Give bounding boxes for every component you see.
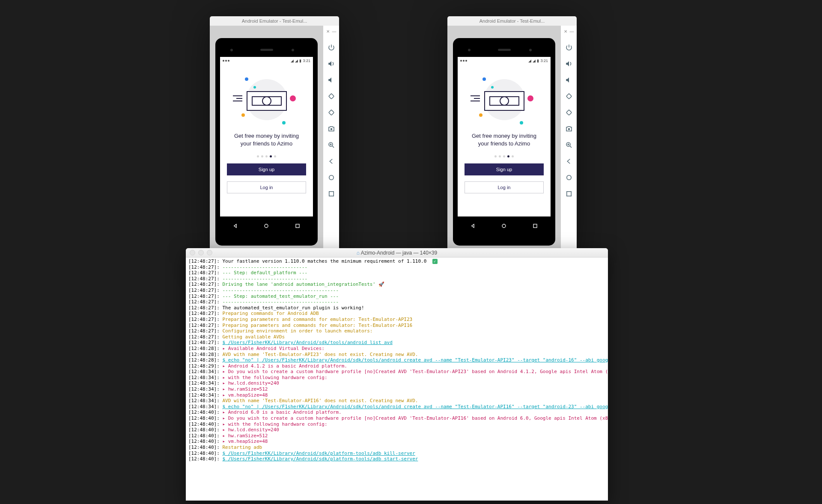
volume-down-icon[interactable] <box>327 76 336 84</box>
android-status-bar: ◢ ◢ ▮ 3:21 <box>220 57 313 65</box>
emulator-title: Android Emulator - Test-Emul... <box>210 16 339 26</box>
minimize-icon: — <box>332 29 337 34</box>
overview-icon[interactable] <box>565 190 573 198</box>
home-icon[interactable] <box>327 173 336 182</box>
nav-home-icon[interactable] <box>500 222 507 231</box>
login-button[interactable]: Log in <box>465 181 544 193</box>
overview-icon[interactable] <box>327 190 336 198</box>
wifi-icon: ◢ <box>528 59 531 63</box>
volume-up-icon[interactable] <box>327 59 336 68</box>
emulator-screen-area[interactable]: ◢ ◢ ▮ 3:21 <box>210 26 323 258</box>
traffic-lights[interactable] <box>190 250 212 255</box>
minimize-icon: — <box>570 29 574 34</box>
power-icon[interactable] <box>327 43 336 52</box>
android-status-bar: ◢ ◢ ▮ 3:21 <box>458 57 551 65</box>
rotate-left-icon[interactable] <box>327 92 336 101</box>
zoom-icon[interactable] <box>327 141 336 149</box>
nav-recent-icon[interactable] <box>532 222 539 231</box>
emulator-window-2: Android Emulator - Test-Emul... ◢ ◢ ▮ 3:… <box>447 16 577 258</box>
svg-rect-3 <box>328 110 334 116</box>
terminal-titlebar[interactable]: ⌂ Azimo-Android — java — 140×39 <box>186 248 608 258</box>
window-controls[interactable]: ✕— <box>564 29 574 34</box>
svg-rect-1 <box>296 224 299 228</box>
zoom-window-icon[interactable] <box>207 250 212 255</box>
signal-icon: ◢ <box>533 59 536 63</box>
terminal-window: ⌂ Azimo-Android — java — 140×39 [12:48:2… <box>186 248 608 501</box>
svg-rect-18 <box>566 192 571 196</box>
svg-rect-13 <box>566 94 572 99</box>
back-icon[interactable] <box>327 157 336 166</box>
promo-illustration <box>465 74 544 130</box>
emulator-title: Android Emulator - Test-Emul... <box>447 16 577 26</box>
home-icon[interactable] <box>565 173 573 182</box>
device-frame: ◢ ◢ ▮ 3:21 <box>453 38 555 246</box>
terminal-output[interactable]: [12:48:27]: Your fastlane version 1.110.… <box>186 258 608 501</box>
zoom-icon[interactable] <box>565 141 573 149</box>
svg-rect-2 <box>328 94 334 99</box>
close-icon: ✕ <box>564 29 567 34</box>
nav-home-icon[interactable] <box>263 222 270 231</box>
svg-rect-7 <box>329 192 334 196</box>
rotate-left-icon[interactable] <box>565 92 573 101</box>
svg-point-4 <box>330 128 332 130</box>
volume-up-icon[interactable] <box>565 59 573 68</box>
screenshot-icon[interactable] <box>565 125 573 133</box>
clock-text: 3:21 <box>303 59 310 63</box>
battery-icon: ▮ <box>299 59 301 63</box>
svg-rect-12 <box>533 224 537 228</box>
signup-button[interactable]: Sign up <box>227 163 306 175</box>
nav-recent-icon[interactable] <box>294 222 301 231</box>
signal-icon: ◢ <box>295 59 298 63</box>
close-icon[interactable] <box>190 250 195 255</box>
signup-button[interactable]: Sign up <box>465 163 544 175</box>
emulator-side-toolbar: ✕— <box>561 26 577 258</box>
emulator-side-toolbar: ✕— <box>323 26 339 258</box>
promo-text: Get free money by invitingyour friends t… <box>472 132 536 148</box>
emulator-screen-area[interactable]: ◢ ◢ ▮ 3:21 <box>447 26 561 258</box>
page-indicator <box>494 155 514 157</box>
nav-back-icon[interactable] <box>470 222 477 231</box>
page-indicator <box>257 155 276 157</box>
emulator-window-1: Android Emulator - Test-Emul... ◢ ◢ ▮ 3:… <box>210 16 339 258</box>
nav-back-icon[interactable] <box>232 222 239 231</box>
android-nav-bar <box>220 220 313 234</box>
svg-point-0 <box>265 224 268 228</box>
battery-icon: ▮ <box>537 59 539 63</box>
wifi-icon: ◢ <box>291 59 294 63</box>
svg-rect-14 <box>566 110 572 116</box>
power-icon[interactable] <box>565 43 573 52</box>
login-button[interactable]: Log in <box>227 181 306 193</box>
terminal-title-text: ⌂ Azimo-Android — java — 140×39 <box>357 250 437 256</box>
volume-down-icon[interactable] <box>565 76 573 84</box>
screenshot-icon[interactable] <box>327 125 336 133</box>
promo-illustration <box>227 74 306 130</box>
window-controls[interactable]: ✕— <box>326 29 337 34</box>
clock-text: 3:21 <box>540 59 548 63</box>
svg-point-6 <box>329 175 334 180</box>
home-folder-icon: ⌂ <box>357 250 360 256</box>
svg-point-17 <box>566 175 571 180</box>
minimize-icon[interactable] <box>198 250 204 255</box>
promo-text: Get free money by invitingyour friends t… <box>234 132 299 148</box>
device-frame: ◢ ◢ ▮ 3:21 <box>215 38 318 246</box>
rotate-right-icon[interactable] <box>327 108 336 117</box>
back-icon[interactable] <box>565 157 573 166</box>
svg-point-11 <box>502 224 506 228</box>
close-icon: ✕ <box>326 29 330 34</box>
android-nav-bar <box>458 220 551 234</box>
svg-point-15 <box>568 128 570 130</box>
rotate-right-icon[interactable] <box>565 108 573 117</box>
